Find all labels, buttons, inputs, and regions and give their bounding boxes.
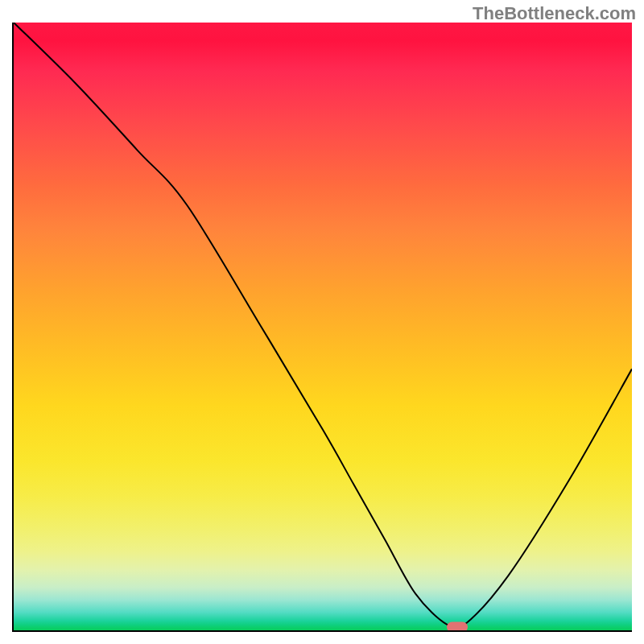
- curve-svg: [14, 23, 632, 630]
- bottleneck-chart: TheBottleneck.com: [0, 0, 644, 644]
- watermark-text: TheBottleneck.com: [473, 3, 636, 24]
- bottleneck-curve-path: [14, 23, 632, 630]
- plot-area: [12, 23, 632, 632]
- optimal-marker: [447, 621, 468, 632]
